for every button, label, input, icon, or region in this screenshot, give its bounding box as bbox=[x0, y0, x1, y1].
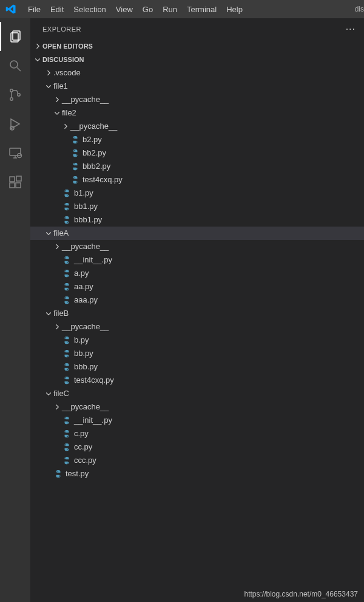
svg-point-31 bbox=[67, 262, 68, 263]
file-label: cc.py bbox=[74, 440, 92, 454]
python-file-icon bbox=[62, 429, 72, 439]
file-label: aa.py bbox=[74, 280, 93, 293]
python-file-icon bbox=[62, 442, 72, 452]
file-row[interactable]: cc.py bbox=[30, 440, 364, 454]
menu-edit[interactable]: Edit bbox=[46, 0, 69, 18]
python-file-icon bbox=[70, 135, 80, 145]
file-row[interactable]: bb1.py bbox=[30, 200, 364, 213]
file-row[interactable]: bb2.py bbox=[30, 146, 364, 160]
svg-point-42 bbox=[66, 364, 66, 364]
file-label: a.py bbox=[74, 267, 89, 280]
chevron-right-icon bbox=[61, 123, 70, 130]
menu-go[interactable]: Go bbox=[138, 0, 158, 18]
menu-run[interactable]: Run bbox=[158, 0, 182, 18]
svg-point-55 bbox=[59, 476, 59, 477]
folder-row[interactable]: __pycache__ bbox=[30, 400, 364, 414]
menubar: FileEditSelectionViewGoRunTerminalHelp d… bbox=[0, 0, 364, 18]
svg-point-28 bbox=[66, 217, 66, 217]
extensions-icon[interactable] bbox=[0, 168, 30, 197]
file-row[interactable]: test4cxq.py bbox=[30, 374, 364, 387]
file-row[interactable]: b1.py bbox=[30, 186, 364, 200]
workspace-section[interactable]: DISCUSSION bbox=[30, 53, 364, 66]
menu-view[interactable]: View bbox=[111, 0, 138, 18]
menu-terminal[interactable]: Terminal bbox=[182, 0, 221, 18]
menu-help[interactable]: Help bbox=[221, 0, 248, 18]
svg-point-53 bbox=[67, 463, 68, 463]
file-row[interactable]: a.py bbox=[30, 267, 364, 280]
run-debug-icon[interactable] bbox=[0, 109, 30, 139]
python-file-icon bbox=[62, 362, 72, 372]
svg-point-36 bbox=[66, 297, 66, 298]
more-actions-icon[interactable]: ··· bbox=[346, 24, 356, 35]
svg-point-48 bbox=[66, 431, 66, 431]
file-label: test4cxq.py bbox=[83, 173, 123, 186]
folder-label: __pycache__ bbox=[62, 240, 109, 253]
svg-point-5 bbox=[10, 98, 13, 100]
file-row[interactable]: ccc.py bbox=[30, 454, 364, 467]
svg-point-43 bbox=[67, 369, 68, 370]
open-editors-label: OPEN EDITORS bbox=[42, 43, 93, 50]
menu-selection[interactable]: Selection bbox=[69, 0, 110, 18]
file-row[interactable]: aaa.py bbox=[30, 293, 364, 307]
file-row[interactable]: __init__.py bbox=[30, 253, 364, 267]
file-row[interactable]: b.py bbox=[30, 333, 364, 347]
file-row[interactable]: test.py bbox=[30, 467, 364, 481]
file-row[interactable]: aa.py bbox=[30, 280, 364, 293]
folder-row[interactable]: __pycache__ bbox=[30, 320, 364, 333]
file-row[interactable]: b2.py bbox=[30, 133, 364, 146]
folder-row[interactable]: file2 bbox=[30, 106, 364, 120]
remote-explorer-icon[interactable] bbox=[0, 139, 30, 168]
folder-label: file2 bbox=[62, 106, 76, 120]
folder-row[interactable]: __pycache__ bbox=[30, 240, 364, 253]
chevron-right-icon bbox=[52, 243, 62, 250]
sidebar: EXPLORER ··· OPEN EDITORS DISCUSSION .vs… bbox=[30, 18, 364, 602]
svg-point-24 bbox=[66, 190, 66, 191]
svg-point-16 bbox=[74, 137, 75, 137]
python-file-icon bbox=[62, 269, 72, 278]
folder-label: .vscode bbox=[53, 66, 81, 80]
svg-point-45 bbox=[67, 383, 68, 383]
explorer-icon[interactable] bbox=[0, 22, 30, 51]
source-control-icon[interactable] bbox=[0, 80, 30, 109]
svg-point-38 bbox=[66, 337, 66, 338]
file-label: aaa.py bbox=[74, 293, 98, 307]
folder-row[interactable]: fileC bbox=[30, 387, 364, 400]
svg-point-4 bbox=[10, 89, 13, 92]
folder-label: __pycache__ bbox=[70, 120, 117, 133]
svg-point-50 bbox=[66, 444, 66, 445]
chevron-down-icon bbox=[44, 310, 53, 317]
search-icon[interactable] bbox=[0, 51, 30, 80]
folder-row[interactable]: fileA bbox=[30, 227, 364, 240]
vscode-logo-icon bbox=[4, 2, 18, 16]
file-row[interactable]: bbb.py bbox=[30, 360, 364, 374]
folder-row[interactable]: .vscode bbox=[30, 66, 364, 80]
svg-point-29 bbox=[67, 222, 68, 223]
svg-point-35 bbox=[67, 289, 68, 290]
activity-bar bbox=[0, 18, 30, 602]
file-label: c.py bbox=[74, 427, 89, 440]
folder-row[interactable]: __pycache__ bbox=[30, 120, 364, 133]
file-row[interactable]: c.py bbox=[30, 427, 364, 440]
svg-point-26 bbox=[66, 204, 66, 204]
folder-row[interactable]: file1 bbox=[30, 80, 364, 93]
file-row[interactable]: bb.py bbox=[30, 347, 364, 360]
svg-point-27 bbox=[67, 209, 68, 210]
svg-point-46 bbox=[66, 417, 66, 418]
folder-label: __pycache__ bbox=[62, 320, 109, 333]
sidebar-header: EXPLORER ··· bbox=[30, 18, 364, 39]
menu-file[interactable]: File bbox=[23, 0, 46, 18]
file-label: b.py bbox=[74, 333, 89, 347]
open-editors-section[interactable]: OPEN EDITORS bbox=[30, 39, 364, 53]
file-label: bb2.py bbox=[83, 146, 106, 160]
folder-row[interactable]: __pycache__ bbox=[30, 93, 364, 106]
file-row[interactable]: __init__.py bbox=[30, 414, 364, 427]
folder-row[interactable]: fileB bbox=[30, 307, 364, 320]
folder-label: fileB bbox=[53, 307, 69, 320]
file-row[interactable]: bbb2.py bbox=[30, 160, 364, 173]
file-label: b1.py bbox=[74, 186, 93, 200]
file-row[interactable]: test4cxq.py bbox=[30, 173, 364, 186]
chevron-right-icon bbox=[52, 96, 62, 103]
svg-point-49 bbox=[67, 436, 68, 437]
file-row[interactable]: bbb1.py bbox=[30, 213, 364, 227]
svg-point-30 bbox=[66, 257, 66, 258]
